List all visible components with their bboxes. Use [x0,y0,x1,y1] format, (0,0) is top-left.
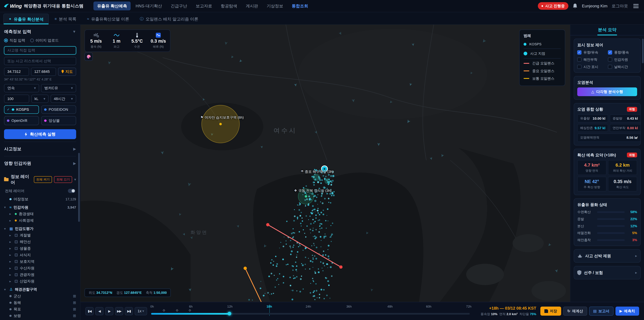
nav-item-weather[interactable]: 기상정보 [263,2,287,11]
timeline-slider[interactable]: 0h6h12h18h24h36h48h60h72h ◇ ◇ ◇ [151,302,471,320]
playback-speed-select[interactable]: 1x▾ [135,307,147,315]
chevron-right-icon[interactable]: ▸ [10,260,13,263]
checkbox-wind[interactable]: ✓풍향/풍속 [608,50,637,55]
map-label-protected-area[interactable]: ⚑ 여자만 습지보호구역 (6h) [200,115,244,120]
nav-item-rescue[interactable]: 긴급구난 [167,2,191,11]
incident-status-badge[interactable]: 사고 진행중 [538,2,568,10]
map-label-beach[interactable]: ☂ 종포 해수욕장 (3h) [301,169,334,174]
chevron-right-icon[interactable]: ▸ [10,219,13,222]
chevron-right-icon[interactable]: ▸ [10,266,13,270]
timeline-tick[interactable]: 24h [306,305,311,308]
fence-endpoint[interactable] [339,265,343,269]
layer-item-habitat[interactable]: ▸서식지 [4,252,76,258]
duration-select[interactable]: 48시간▾ [51,95,76,103]
layer-item-tourism[interactable]: ▸관광자원 [4,271,76,278]
radio-image-upload[interactable]: 이미지 업로드 [30,38,59,43]
layer-group-sensitive-resources[interactable]: ▾≈ 민감자원3,947 [4,204,76,211]
timeline-tick[interactable]: 60h [426,305,432,308]
polygon-analysis-button[interactable]: △ 다각형 분석수행 [577,87,637,96]
menu-icon[interactable] [632,3,640,9]
run-prediction-button[interactable]: 확산예측 실행 [4,129,76,139]
normal-oil-fence-line[interactable] [245,268,266,302]
impact-resources-section[interactable]: 영향 민감자원▶ [4,156,76,170]
fence-endpoint[interactable] [244,267,247,270]
layer-item-eco[interactable]: ▸ 환경생태 [4,211,76,217]
layer-item-donghae[interactable]: 동해⊞ [4,299,76,306]
chevron-right-icon[interactable]: ▸ [10,212,13,216]
tab-boom-algorithm-theory[interactable]: ⓘ 오일펜스 배치 알고리즘 이론 [135,14,203,24]
layer-item-industry[interactable]: ▸산업자원 [4,278,76,284]
map-style-button[interactable] [84,53,93,61]
layer-group-coast-guard-zones[interactable]: ▾⚓ 해경관할구역 [4,286,76,293]
nav-item-oil-spill[interactable]: 유출유 확산예측 [94,2,131,11]
zone-map-icon[interactable]: ⊞ [73,294,76,298]
model-chip-opendrift[interactable]: OpenDrift [4,116,39,125]
prediction-button[interactable]: ▶예측치 [616,306,639,316]
user-name[interactable]: Eunjeong Kim [582,4,608,9]
layer-item-fishery[interactable]: 어장정보17,129 [4,196,76,202]
accident-list-select[interactable] [4,57,76,65]
chevron-right-icon[interactable]: ▸ [10,240,13,244]
latitude-input[interactable] [4,68,29,76]
chevron-down-icon[interactable]: ▾ [4,205,8,209]
nav-item-integrated-search[interactable]: 통합조회 [288,2,312,11]
checkbox-sensitive-resources[interactable]: ✓민감자원 [608,57,637,62]
layer-item-coastline[interactable]: ▸해안선 [4,239,76,245]
layer-item-species[interactable]: ▸생물종 [4,245,76,252]
nav-item-board[interactable]: 게시판 [242,2,262,11]
fast-forward-button[interactable]: ▶▶ [115,307,123,315]
timeline-tick[interactable]: 0h [150,305,154,308]
vessel-specs-section[interactable]: 사고 선박 제원 ▸ [574,249,641,263]
map-canvas[interactable]: ➤➤➤➤➤➤➤➤➤➤➤➤➤➤➤➤➤➤➤➤➤➤➤➤➤➤➤➤➤➤➤➤➤➤ 여수시 화… [80,25,570,302]
layer-item-mokpo[interactable]: 목포⊞ [4,306,76,312]
save-button[interactable]: 저장 [540,306,561,316]
longitude-input[interactable] [31,68,56,76]
panel-scrollbar[interactable] [642,39,644,63]
zone-map-icon[interactable]: ⊞ [73,307,76,311]
timeline-tick[interactable]: 72h [466,305,472,308]
checkbox-shore-adhesion[interactable]: ✓해안부착 [577,57,606,62]
skip-end-button[interactable]: ▶▮ [125,307,133,315]
predict-input-header[interactable]: 예측정보 입력 ▼ [4,29,76,35]
spill-type-select[interactable]: 연속▾ [4,84,39,92]
fence-endpoint[interactable] [266,223,270,226]
oil-type-select[interactable]: 벙커C유▾ [41,84,76,92]
accident-name-input[interactable] [4,46,76,55]
nav-item-hns[interactable]: HNS·대기확산 [132,2,166,11]
radio-direct-input[interactable]: 직접 입력 [4,38,25,43]
model-chip-kosps[interactable]: ✓KOSPS [4,105,39,114]
checkbox-time-display[interactable]: ✓시간 표시 [577,65,606,69]
chevron-down-icon[interactable]: ▾ [74,177,76,182]
timeline-tick[interactable]: 48h [388,305,393,308]
all-layers-on-button[interactable]: 전체 켜기 [34,176,52,183]
tab-diffusion-analysis[interactable]: ✦ 유출유 확산분석 [3,14,49,24]
zone-map-icon[interactable]: ⊞ [73,300,76,305]
timeline-track[interactable] [151,313,470,315]
timeline-thumb[interactable] [228,312,231,315]
all-layers-off-button[interactable]: 전체 끄기 [54,176,72,183]
accident-info-section[interactable]: 사고정보▶ [4,142,76,156]
tab-model-theory[interactable]: ≈ 유출유확산모델 이론 [82,14,134,24]
layer-item-gunsan[interactable]: 군산⊞ [4,293,76,299]
summary-tab[interactable]: 분석 요약 [570,25,644,36]
bell-icon[interactable] [572,3,578,9]
timeline-tick[interactable]: 12h [227,305,232,308]
nav-item-reports[interactable]: 보고자료 [192,2,216,11]
step-back-button[interactable]: ◀ [95,307,104,315]
fence-marker-icon[interactable]: ◇ [189,308,191,312]
tab-analysis-list[interactable]: ≡ 분석 목록 [50,14,81,24]
chevron-right-icon[interactable]: ▸ [10,279,13,283]
checkbox-datetime[interactable]: ✓날짜시간 [608,65,637,69]
chevron-right-icon[interactable]: ▸ [10,273,13,277]
emergency-oil-fence-line[interactable] [268,225,341,267]
nav-item-aerial[interactable]: 항공탐색 [217,2,241,11]
checkbox-current[interactable]: ✓유향/유속 [577,50,606,55]
fence-marker-icon[interactable]: ◇ [176,308,178,312]
play-button[interactable]: ▶ [105,307,113,315]
model-chip-poseidon[interactable]: POSEIDON [41,105,76,114]
map-label-aquafarm[interactable]: ❖ 국동 전복 양식장 (3h) [294,188,332,193]
chevron-down-icon[interactable]: ▾ [4,227,8,231]
layer-item-seasonal[interactable]: ▸계절별 [4,232,76,239]
layer-item-fishery-resources[interactable]: ▸수산자원 [4,265,76,271]
recalculate-button[interactable]: ↻재계산 [563,306,587,316]
